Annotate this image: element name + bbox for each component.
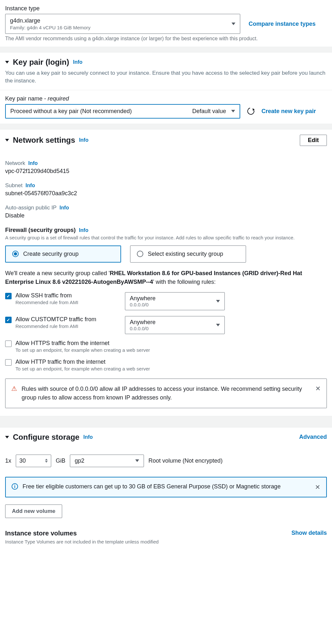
firewall-rule-row: Allow HTTPS traffic from the internetTo … bbox=[5, 340, 327, 353]
firewall-label: Firewall (security groups) bbox=[5, 227, 76, 233]
radio-create-label: Create security group bbox=[23, 251, 79, 257]
keypair-desc: You can use a key pair to securely conne… bbox=[5, 69, 327, 85]
storage-info-link[interactable]: Info bbox=[83, 434, 93, 440]
instance-type-label: Instance type bbox=[5, 5, 327, 12]
rule-checkbox[interactable] bbox=[5, 359, 12, 366]
chevron-down-icon bbox=[232, 23, 235, 25]
warning-alert: ⚠ Rules with source of 0.0.0.0/0 allow a… bbox=[5, 379, 327, 408]
refresh-icon[interactable] bbox=[246, 106, 256, 116]
network-info-link[interactable]: Info bbox=[79, 137, 88, 143]
select-sg-radio[interactable]: Select existing security group bbox=[130, 245, 246, 263]
rule-sub: To set up an endpoint, for example when … bbox=[15, 366, 150, 371]
subnet-info-link[interactable]: Info bbox=[25, 183, 35, 188]
rule-label: Allow HTTPS traffic from the internet bbox=[15, 340, 150, 347]
warning-icon: ⚠ bbox=[11, 385, 17, 392]
collapse-caret-icon[interactable] bbox=[5, 61, 9, 63]
storage-title: Configure storage bbox=[13, 433, 80, 442]
firewall-info-link[interactable]: Info bbox=[79, 227, 88, 233]
firewall-rule-row: Allow HTTP traffic from the internetTo s… bbox=[5, 359, 327, 371]
rule-label: Allow HTTP traffic from the internet bbox=[15, 359, 150, 365]
rule-checkbox[interactable]: ✓ bbox=[5, 293, 12, 299]
rule-sub: To set up an endpoint, for example when … bbox=[15, 347, 150, 353]
firewall-rule-row: ✓Allow CUSTOMTCP traffic fromRecommended… bbox=[5, 316, 327, 334]
rule-label: Allow CUSTOMTCP traffic from bbox=[15, 316, 112, 323]
volume-type-dropdown[interactable]: gp2 bbox=[70, 455, 144, 467]
radio-icon bbox=[12, 251, 19, 257]
rule-checkbox[interactable]: ✓ bbox=[5, 317, 12, 323]
instance-type-dropdown[interactable]: g4dn.xlarge Family: g4dn 4 vCPU 16 GiB M… bbox=[5, 14, 240, 34]
chevron-down-icon bbox=[216, 324, 220, 326]
chevron-down-icon bbox=[216, 300, 220, 303]
keypair-select-value: Proceed without a key pair (Not recommen… bbox=[10, 108, 132, 115]
instance-type-hint: The AMI vendor recommends using a g4dn.x… bbox=[5, 36, 327, 42]
subnet-value: subnet-054576f070aa9c3c2 bbox=[5, 190, 327, 197]
create-keypair-link[interactable]: Create new key pair bbox=[261, 108, 316, 115]
instance-store-desc: Instance Type Volumes are not included i… bbox=[5, 539, 159, 544]
instance-store-title: Instance store volumes bbox=[5, 530, 159, 537]
source-cidr: 0.0.0.0/0 bbox=[130, 302, 156, 307]
storage-size-input[interactable]: 30 bbox=[16, 455, 51, 467]
radio-icon bbox=[137, 251, 143, 257]
add-volume-button[interactable]: Add new volume bbox=[5, 505, 62, 518]
keypair-select-hint: Default value bbox=[192, 108, 226, 115]
rule-sub: Recommended rule from AMI bbox=[15, 300, 112, 305]
rule-source-select[interactable]: Anywhere0.0.0.0/0 bbox=[125, 316, 225, 334]
firewall-rule-row: ✓Allow SSH traffic fromRecommended rule … bbox=[5, 292, 327, 310]
rule-checkbox[interactable] bbox=[5, 341, 12, 347]
network-label: Network bbox=[5, 160, 25, 166]
edit-network-button[interactable]: Edit bbox=[300, 135, 327, 146]
spinner-icon[interactable] bbox=[45, 459, 48, 463]
free-tier-alert: i Free tier eligible customers can get u… bbox=[5, 477, 327, 497]
warning-text: Rules with source of 0.0.0.0/0 allow all… bbox=[22, 385, 311, 402]
network-vpc-value: vpc-072f1209d40bd5415 bbox=[5, 168, 327, 175]
show-details-link[interactable]: Show details bbox=[291, 530, 327, 536]
close-icon[interactable]: ✕ bbox=[315, 385, 321, 392]
source-cidr: 0.0.0.0/0 bbox=[130, 326, 156, 331]
compare-instance-types-link[interactable]: Compare instance types bbox=[249, 21, 316, 27]
keypair-info-link[interactable]: Info bbox=[73, 59, 82, 65]
keypair-title: Key pair (login) bbox=[13, 58, 69, 67]
publicip-info-link[interactable]: Info bbox=[60, 205, 69, 210]
chevron-down-icon bbox=[135, 459, 139, 462]
source-label: Anywhere bbox=[130, 295, 156, 302]
free-tier-text: Free tier eligible customers can get up … bbox=[23, 483, 310, 490]
firewall-desc: A security group is a set of firewall ru… bbox=[5, 234, 327, 241]
close-icon[interactable]: ✕ bbox=[315, 483, 320, 491]
publicip-label: Auto-assign public IP bbox=[5, 205, 56, 211]
rule-source-select[interactable]: Anywhere0.0.0.0/0 bbox=[125, 292, 225, 310]
network-title: Network settings bbox=[13, 136, 75, 145]
root-volume-label: Root volume (Not encrypted) bbox=[148, 457, 223, 464]
info-icon: i bbox=[12, 483, 18, 490]
network-info-link2[interactable]: Info bbox=[28, 160, 38, 166]
keypair-name-label: Key pair name - required bbox=[5, 95, 327, 102]
chevron-down-icon bbox=[231, 110, 235, 112]
storage-qty-prefix: 1x bbox=[5, 457, 11, 464]
rule-sub: Recommended rule from AMI bbox=[15, 323, 112, 329]
instance-type-value: g4dn.xlarge bbox=[10, 17, 90, 24]
subnet-label: Subnet bbox=[5, 182, 23, 188]
keypair-select[interactable]: Proceed without a key pair (Not recommen… bbox=[5, 104, 240, 119]
radio-select-label: Select existing security group bbox=[148, 251, 223, 257]
source-label: Anywhere bbox=[130, 319, 156, 326]
rule-label: Allow SSH traffic from bbox=[15, 292, 112, 299]
collapse-caret-icon[interactable] bbox=[5, 139, 9, 141]
storage-unit: GiB bbox=[56, 457, 65, 464]
collapse-caret-icon[interactable] bbox=[5, 436, 9, 438]
instance-type-details: Family: g4dn 4 vCPU 16 GiB Memory bbox=[10, 25, 90, 30]
publicip-value: Disable bbox=[5, 212, 327, 219]
create-sg-radio[interactable]: Create security group bbox=[5, 245, 121, 263]
advanced-link[interactable]: Advanced bbox=[299, 434, 327, 440]
sg-message: We'll create a new security group called… bbox=[5, 269, 327, 286]
